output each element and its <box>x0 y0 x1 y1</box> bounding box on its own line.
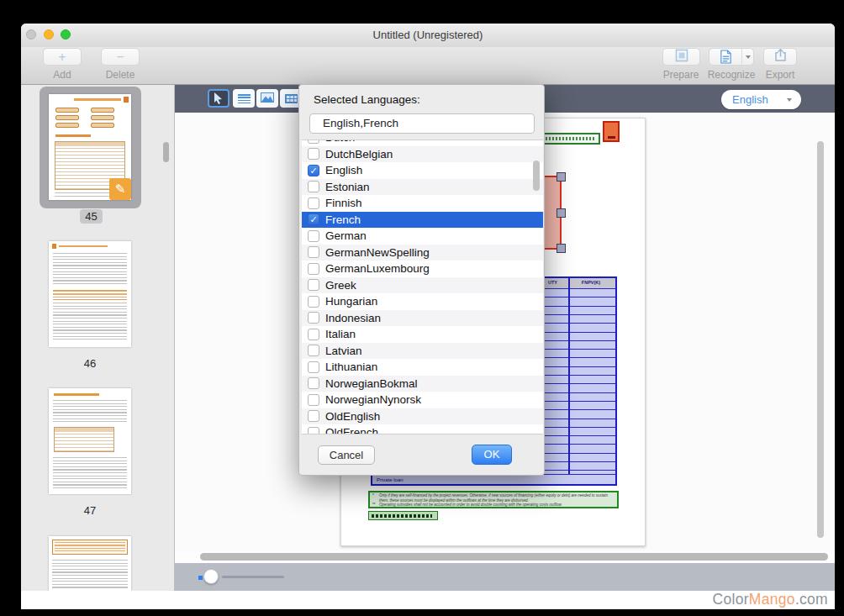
language-label: Greek <box>325 279 356 292</box>
checkbox-checked-icon[interactable]: ✓ <box>308 213 319 225</box>
resize-handle-middle[interactable] <box>557 208 566 218</box>
ok-button[interactable]: OK <box>472 445 512 465</box>
selected-languages-field[interactable]: English,French <box>309 113 535 134</box>
export-button[interactable] <box>763 48 797 66</box>
checkbox-icon[interactable] <box>308 345 319 356</box>
language-label: GermanLuxembourg <box>325 262 430 275</box>
page-45-thumbnail[interactable]: ✎ <box>49 94 131 200</box>
window-title: Untitled (Unregistered) <box>21 24 835 47</box>
language-row-french[interactable]: ✓French <box>302 212 543 229</box>
recognize-label: Recognize <box>702 69 761 80</box>
list-scrollbar[interactable] <box>533 161 540 191</box>
language-row-norwegianbokmal[interactable]: NorwegianBokmal <box>302 376 543 392</box>
language-row-english[interactable]: ✓English <box>302 162 543 179</box>
add-button[interactable]: + <box>43 48 82 66</box>
text-lines-icon <box>238 94 251 103</box>
export-label: Export <box>757 69 804 80</box>
watermark-text: ColorMango.com <box>713 591 828 609</box>
watermark-strip: ColorMango.com <box>21 591 835 609</box>
checkbox-icon[interactable] <box>308 181 319 192</box>
page-thumbnail-sidebar: ✎ 45 46 <box>21 85 175 591</box>
recognize-dropdown-arrow[interactable] <box>741 49 753 65</box>
chevron-down-icon <box>746 55 751 59</box>
select-tool-button[interactable] <box>208 89 229 108</box>
page-number-45: 45 <box>80 209 103 224</box>
cancel-button[interactable]: Cancel <box>318 445 375 465</box>
zoom-slider-track[interactable] <box>222 576 284 578</box>
checkbox-icon[interactable] <box>308 394 319 406</box>
text-region-tool-button[interactable] <box>233 89 255 108</box>
resize-handle-bottom[interactable] <box>557 244 566 253</box>
footnote-box: * Only if they are self-financed by the … <box>368 491 619 508</box>
checkbox-icon[interactable] <box>308 246 319 258</box>
delete-button[interactable]: − <box>101 48 140 66</box>
checkbox-icon[interactable] <box>308 377 319 389</box>
checkbox-icon[interactable] <box>308 410 319 422</box>
footnote-text: Operating subsidies shall not be account… <box>379 503 562 508</box>
language-row-indonesian[interactable]: Indonesian <box>302 310 543 327</box>
checkbox-icon[interactable] <box>308 197 319 209</box>
screen: Untitled (Unregistered) + Add − Delete P… <box>0 0 844 616</box>
checkbox-icon[interactable] <box>308 230 319 242</box>
language-label: Indonesian <box>325 312 381 324</box>
page-48-thumbnail[interactable] <box>49 536 131 591</box>
minus-icon: − <box>116 50 124 65</box>
language-label: OldEnglish <box>325 410 380 423</box>
language-row-latvian[interactable]: Latvian <box>302 343 543 360</box>
checkbox-icon[interactable] <box>308 279 319 291</box>
language-row-hungarian[interactable]: Hungarian <box>302 293 543 310</box>
language-label: Italian <box>325 328 356 340</box>
prepare-region-icon <box>675 49 688 66</box>
main-toolbar: + Add − Delete Prepare Recognize <box>21 47 835 85</box>
language-dropdown[interactable]: English <box>721 90 801 109</box>
recognize-button[interactable] <box>709 48 754 66</box>
horizontal-scrollbar-track <box>175 550 835 563</box>
language-list[interactable]: DutchDutchBelgian✓EnglishEstonianFinnish… <box>302 140 543 434</box>
checkbox-icon[interactable] <box>308 263 319 275</box>
language-row-dutchbelgian[interactable]: DutchBelgian <box>302 146 543 163</box>
checkbox-icon[interactable] <box>308 329 319 340</box>
language-row-germanluxembourg[interactable]: GermanLuxembourg <box>302 261 543 277</box>
horizontal-scrollbar[interactable] <box>200 553 828 561</box>
sidebar-scrollbar[interactable] <box>163 142 169 162</box>
language-label: German <box>325 229 367 242</box>
resize-handle-top[interactable] <box>557 172 566 182</box>
language-row-germannewspelling[interactable]: GermanNewSpelling <box>302 245 543 261</box>
language-label: DutchBelgian <box>325 148 393 161</box>
zoom-slider-knob[interactable] <box>203 569 219 584</box>
checkbox-icon[interactable] <box>308 296 319 308</box>
prepare-button[interactable] <box>662 48 700 66</box>
checkbox-icon[interactable] <box>308 148 319 160</box>
dialog-title: Selected Languages: <box>314 93 420 106</box>
footnote-text: Only if they are self-financed by the pr… <box>379 493 615 503</box>
selected-languages-value: English,French <box>323 117 398 129</box>
language-row-german[interactable]: German <box>302 228 543 245</box>
page-number-47: 47 <box>49 504 131 517</box>
language-row-italian[interactable]: Italian <box>302 326 543 343</box>
checkbox-checked-icon[interactable]: ✓ <box>308 165 319 176</box>
language-row-oldenglish[interactable]: OldEnglish <box>302 408 543 425</box>
table-grid-icon <box>285 94 298 103</box>
page-number-46: 46 <box>49 357 131 370</box>
image-region-tool-button[interactable] <box>256 89 278 108</box>
checkbox-icon[interactable] <box>308 361 319 373</box>
language-label: OldFrench <box>325 426 378 434</box>
page-46-thumbnail[interactable] <box>49 241 131 347</box>
thumbnail-45-selected[interactable]: ✎ <box>40 87 141 208</box>
language-row-finnish[interactable]: Finnish <box>302 195 543 212</box>
footnote-marker: ** <box>372 503 377 508</box>
checkbox-icon[interactable] <box>308 140 319 144</box>
language-row-estonian[interactable]: Estonian <box>302 179 543 196</box>
language-row-oldfrench[interactable]: OldFrench <box>302 424 543 434</box>
language-row-greek[interactable]: Greek <box>302 277 543 294</box>
checkbox-icon[interactable] <box>308 312 319 324</box>
language-row-norwegiannynorsk[interactable]: NorwegianNynorsk <box>302 392 543 408</box>
pencil-icon: ✎ <box>115 182 126 197</box>
page-47-thumbnail[interactable] <box>49 388 131 494</box>
add-label: Add <box>33 69 92 80</box>
language-row-lithuanian[interactable]: Lithuanian <box>302 359 543 376</box>
language-row-dutch[interactable]: Dutch <box>302 140 543 146</box>
checkbox-icon[interactable] <box>308 427 319 434</box>
recognize-document-icon <box>709 50 741 64</box>
vertical-scrollbar[interactable] <box>817 141 824 538</box>
